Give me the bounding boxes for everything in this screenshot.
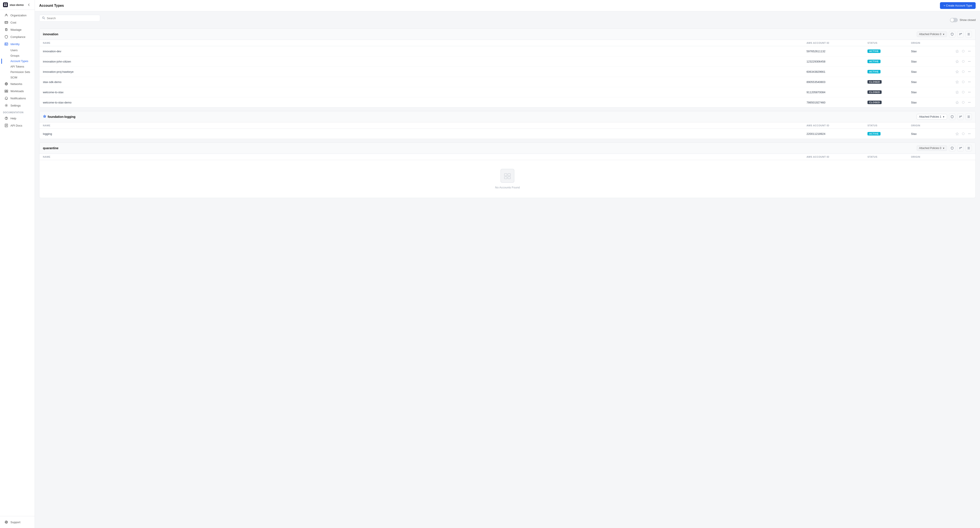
quarantine-list-btn[interactable] (966, 145, 972, 152)
status-badge: ACTIVE (867, 49, 911, 53)
sidebar-item-help[interactable]: Help (1, 115, 33, 122)
foundation-logging-shield-btn[interactable] (949, 113, 955, 120)
quarantine-sort-btn[interactable] (957, 145, 964, 152)
sidebar-item-api-tokens[interactable]: API Tokens (1, 64, 33, 69)
sidebar-item-cost[interactable]: Cost (1, 19, 33, 26)
more-options-icon[interactable] (967, 79, 972, 85)
account-origin: Stax (911, 60, 955, 63)
sidebar-item-scim[interactable]: SCIM (1, 75, 33, 80)
status-value: CLOSED (867, 100, 881, 104)
star-icon[interactable] (955, 69, 960, 75)
more-options-icon[interactable] (967, 99, 972, 105)
sidebar-item-users[interactable]: Users (1, 48, 33, 53)
svg-point-46 (968, 61, 969, 62)
sidebar-item-organization[interactable]: Organization (1, 12, 33, 19)
svg-rect-16 (5, 91, 6, 93)
circle-icon[interactable] (961, 59, 966, 64)
no-accounts-label: No Accounts Found (495, 186, 520, 189)
table-row: welcome-to-stax-demo 786501927460 CLOSED… (40, 97, 975, 107)
back-button[interactable] (26, 2, 32, 7)
toggle-knob (950, 18, 954, 22)
star-icon[interactable] (955, 99, 960, 105)
circle-icon[interactable] (961, 131, 966, 137)
svg-point-69 (43, 115, 46, 118)
quarantine-shield-btn[interactable] (949, 145, 955, 152)
page-title: Account Types (39, 4, 64, 8)
account-name: welcome-to-stax-demo (43, 101, 807, 104)
account-aws-id: 786501927460 (807, 101, 867, 104)
foundation-logging-sort-btn[interactable] (957, 113, 964, 120)
svg-point-63 (970, 92, 970, 93)
sidebar-item-compliance[interactable]: Compliance (1, 33, 33, 40)
search-bar[interactable] (39, 15, 100, 22)
create-account-type-button[interactable]: + Create Account Type (940, 2, 976, 9)
identity-icon (4, 42, 8, 46)
status-value: ACTIVE (867, 49, 881, 53)
circle-icon[interactable] (961, 99, 966, 105)
row-actions (955, 59, 972, 64)
show-closed-toggle-switch[interactable] (950, 18, 958, 22)
circle-icon[interactable] (961, 69, 966, 75)
svg-line-32 (44, 19, 45, 19)
account-types-label: Account Types (10, 60, 28, 63)
more-options-icon[interactable] (967, 59, 972, 64)
star-icon[interactable] (955, 131, 960, 137)
more-options-icon[interactable] (967, 48, 972, 54)
sidebar-item-support[interactable]: Support (1, 518, 33, 526)
show-closed-label: Show closed (959, 18, 976, 22)
app-logo: stax-demo (3, 2, 24, 7)
svg-rect-1 (6, 3, 7, 5)
compliance-icon (4, 35, 8, 39)
scim-label: SCIM (10, 76, 17, 79)
sidebar-item-notifications[interactable]: Notifications (1, 95, 33, 102)
sidebar-item-settings[interactable]: Settings (1, 102, 33, 109)
sidebar-item-groups[interactable]: Groups (1, 53, 33, 58)
search-input[interactable] (47, 16, 97, 20)
star-icon[interactable] (955, 59, 960, 64)
sidebar-item-api-docs[interactable]: API Docs (1, 122, 33, 129)
star-icon[interactable] (955, 79, 960, 85)
star-icon[interactable] (955, 48, 960, 54)
sidebar-item-identity[interactable]: Identity (1, 40, 33, 48)
more-options-icon[interactable] (967, 131, 972, 137)
circle-icon[interactable] (961, 89, 966, 95)
account-aws-id: 220011218924 (807, 132, 867, 136)
account-origin: Stax (911, 80, 955, 84)
status-badge: CLOSED (867, 90, 911, 94)
sidebar-item-workloads[interactable]: Workloads (1, 88, 33, 94)
foundation-logging-list-btn[interactable] (966, 113, 972, 120)
search-icon (42, 16, 45, 20)
col-actions (955, 156, 972, 158)
svg-marker-44 (956, 60, 959, 63)
sidebar-item-account-types[interactable]: Account Types (1, 59, 33, 64)
foundation-logging-policies-btn[interactable]: Attached Policies 1 ▼ (916, 114, 947, 120)
api-docs-label: API Docs (10, 124, 22, 127)
sidebar-footer: Support (0, 516, 35, 528)
users-label: Users (10, 49, 18, 52)
innovation-list-btn[interactable] (966, 31, 972, 37)
more-options-icon[interactable] (967, 69, 972, 75)
svg-point-47 (969, 61, 970, 62)
section-foundation-logging: foundation-logging Attached Policies 1 ▼ (39, 111, 976, 139)
quarantine-policies-btn[interactable]: Attached Policies 0 ▼ (916, 145, 947, 151)
sidebar-item-networks[interactable]: Networks (1, 80, 33, 87)
svg-rect-88 (508, 174, 511, 176)
circle-icon[interactable] (961, 79, 966, 85)
account-name: welcome-to-stax (43, 91, 807, 94)
account-origin: Stax (911, 132, 955, 136)
account-origin: Stax (911, 70, 955, 73)
svg-point-43 (970, 51, 970, 51)
innovation-shield-btn[interactable] (949, 31, 955, 37)
more-options-icon[interactable] (967, 89, 972, 95)
star-icon[interactable] (955, 89, 960, 95)
svg-point-77 (962, 132, 964, 135)
innovation-sort-btn[interactable] (957, 31, 964, 37)
sidebar-item-permission-sets[interactable]: Permission Sets (1, 70, 33, 75)
help-icon (4, 116, 8, 120)
sidebar-item-wastage[interactable]: Wastage (1, 26, 33, 33)
innovation-policies-btn[interactable]: Attached Policies 0 ▼ (916, 31, 947, 37)
col-name: NAME (43, 41, 807, 44)
col-aws-id: AWS ACCOUNT ID (807, 124, 867, 127)
circle-icon[interactable] (961, 48, 966, 54)
table-row: innovation-proj-hawkeye 606343829661 ACT… (40, 67, 975, 77)
